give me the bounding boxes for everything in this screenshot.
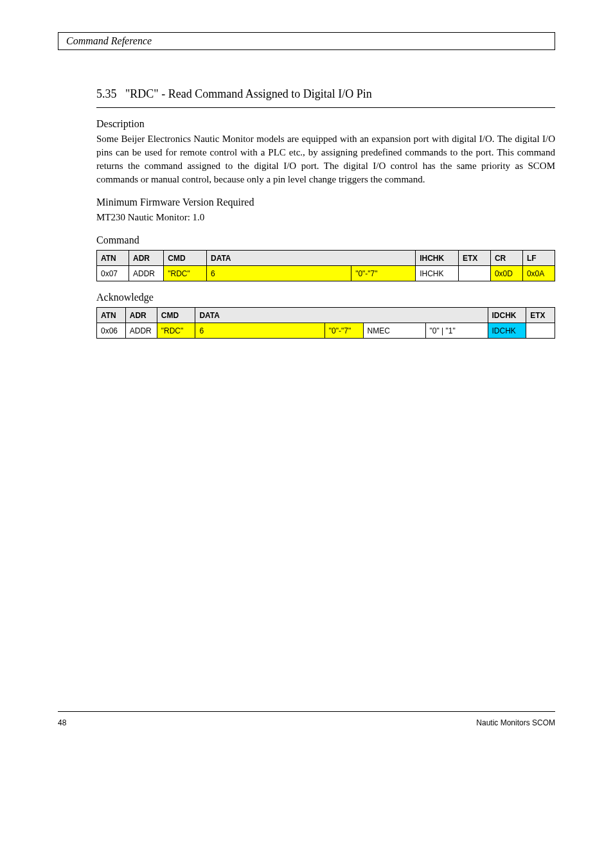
table-header-row: ATN ADR CMD DATA IHCHK ETX CR LF xyxy=(97,251,555,266)
th-cmd: CMD xyxy=(157,308,195,323)
cell-pin: "0"-"7" xyxy=(324,323,363,339)
th-etx: ETX xyxy=(458,251,490,266)
cell-cr: 0x0D xyxy=(490,266,522,281)
cell-atn: 0x06 xyxy=(97,323,126,339)
cell-etx xyxy=(458,266,490,281)
firmware-text: MT230 Nautic Monitor: 1.0 xyxy=(96,211,555,224)
cell-etx xyxy=(526,323,555,339)
command-table: ATN ADR CMD DATA IHCHK ETX CR LF 0x07 AD… xyxy=(96,250,555,281)
th-atn: ATN xyxy=(97,308,126,323)
section-number: 5.35 xyxy=(96,87,117,100)
cell-pin: "0"-"7" xyxy=(351,266,416,281)
command-heading: Command xyxy=(96,235,555,246)
cell-idchk: IDCHK xyxy=(488,323,526,339)
description-text: Some Beijer Electronics Nautic Monitor m… xyxy=(96,132,555,186)
th-ihchk: IHCHK xyxy=(416,251,459,266)
page-number: 48 xyxy=(58,718,66,727)
th-data: DATA xyxy=(195,308,488,323)
cell-ihchk: IHCHK xyxy=(416,266,459,281)
th-adr: ADR xyxy=(125,308,157,323)
cell-cmd: "RDC" xyxy=(157,323,195,339)
th-lf: LF xyxy=(522,251,555,266)
cell-lf: 0x0A xyxy=(522,266,555,281)
cell-adr: ADDR xyxy=(129,266,164,281)
table-row: 0x07 ADDR "RDC" 6 "0"-"7" IHCHK 0x0D 0x0… xyxy=(97,266,555,281)
th-idchk: IDCHK xyxy=(488,308,526,323)
th-cr: CR xyxy=(490,251,522,266)
th-etx: ETX xyxy=(526,308,555,323)
cell-data: 6 xyxy=(206,266,351,281)
cell-atn: 0x07 xyxy=(97,266,129,281)
cell-data: 6 xyxy=(195,323,324,339)
cell-adr: ADDR xyxy=(125,323,157,339)
section-rule xyxy=(96,107,555,108)
cell-nmec: NMEC xyxy=(363,323,425,339)
th-adr: ADR xyxy=(129,251,164,266)
ack-table: ATN ADR CMD DATA IDCHK ETX 0x06 ADDR "RD… xyxy=(96,307,555,339)
header-title: Command Reference xyxy=(66,35,152,46)
section-heading: 5.35 "RDC" - Read Command Assigned to Di… xyxy=(96,87,555,101)
description-heading: Description xyxy=(96,118,555,130)
table-row: 0x06 ADDR "RDC" 6 "0"-"7" NMEC "0" | "1"… xyxy=(97,323,555,339)
th-data: DATA xyxy=(206,251,415,266)
cell-level: "0" | "1" xyxy=(425,323,488,339)
section-title-text: "RDC" - Read Command Assigned to Digital… xyxy=(125,87,372,100)
th-atn: ATN xyxy=(97,251,129,266)
cell-cmd: "RDC" xyxy=(164,266,207,281)
doc-title: Nautic Monitors SCOM xyxy=(476,718,555,727)
table-header-row: ATN ADR CMD DATA IDCHK ETX xyxy=(97,308,555,323)
firmware-heading: Minimum Firmware Version Required xyxy=(96,197,555,208)
th-cmd: CMD xyxy=(164,251,207,266)
page-header: Command Reference xyxy=(58,32,555,50)
page-footer: 48 Nautic Monitors SCOM xyxy=(58,711,555,727)
main-content: 5.35 "RDC" - Read Command Assigned to Di… xyxy=(96,87,555,339)
ack-heading: Acknowledge xyxy=(96,292,555,303)
